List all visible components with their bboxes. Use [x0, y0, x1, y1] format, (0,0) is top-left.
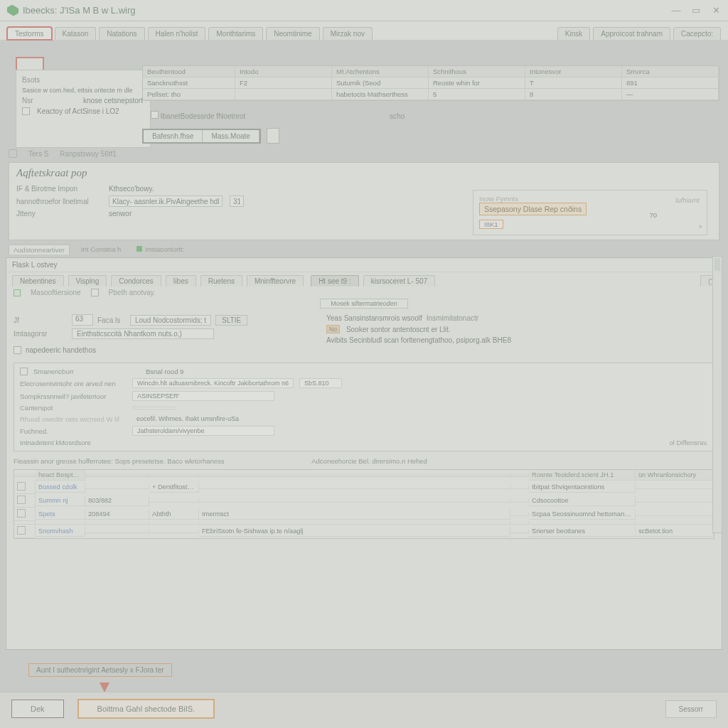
dr-chip: No — [326, 325, 340, 333]
dettab-2[interactable]: Condorces — [111, 275, 161, 287]
rh0 — [14, 473, 36, 477]
hlcard-title[interactable]: Ssepasony Dlase Rep cnðins — [479, 203, 587, 215]
subtab-1[interactable]: Audstonneartiver — [9, 245, 70, 255]
detsub-check-icon[interactable] — [14, 289, 21, 296]
subtab-3[interactable]: Instacontortt: — [132, 245, 188, 255]
callout-chip: Aunt I sutheotnrigint Aetsesly x FJora t… — [28, 663, 172, 677]
dl-path[interactable]: Einthsticsccità Nhantkom nuts.o,) — [72, 328, 214, 339]
tab-testorms[interactable]: Testorms — [7, 27, 52, 40]
dl-chk1-icon[interactable] — [14, 346, 21, 354]
window-max-icon[interactable]: ▭ — [691, 5, 701, 16]
dettab-1[interactable]: Visplng — [68, 275, 107, 287]
hlcard-close-icon[interactable]: × — [698, 223, 702, 230]
dl-id-val[interactable]: 63 — [72, 314, 93, 326]
hl-check-icon[interactable] — [22, 107, 30, 115]
adj-r1-val: Kthseco'bowy. — [109, 185, 154, 193]
app-logo-icon — [7, 5, 18, 16]
p5v[interactable]: Jathsteroldam/vivyenbe — [132, 426, 274, 436]
hl-line1-lbl: Bsots — [22, 76, 76, 84]
dettab-7[interactable]: kisrsoceret L- 507 — [363, 275, 435, 287]
p2v[interactable]: ASINSEPSER' — [132, 391, 274, 401]
dl-sel-btn[interactable]: SLTIE — [215, 315, 247, 326]
rh1[interactable]: heact Bespthmorsnus — [36, 470, 85, 481]
r3c6 — [529, 521, 636, 525]
band-label-text: IbanetBodessrde fNoetnrot — [161, 112, 246, 120]
primary-action-button[interactable]: Boittma Gahl shectode BiIS. — [78, 700, 215, 718]
window-close-icon[interactable]: ✕ — [711, 5, 721, 16]
tab-cacepcto[interactable]: Cacepcto: — [673, 27, 721, 40]
r1c7 — [636, 499, 714, 503]
rh7[interactable]: ün Whranlonsichory — [636, 470, 714, 481]
r4c2 — [85, 530, 149, 533]
r1-ico[interactable] — [17, 496, 26, 504]
detail-region: Flask L ostvey Nebentines Visplng Condor… — [6, 257, 722, 650]
mass-mode-button[interactable]: Mass.Moate — [203, 130, 259, 142]
refresh-button[interactable]: Bafesnh.fhse — [144, 130, 203, 142]
dl-sel[interactable]: Loud Nodcostormids; t — [130, 315, 211, 326]
hg-r1c2: Sutumik (Seod — [332, 77, 429, 89]
secondary-button[interactable]: Sessorr — [665, 700, 717, 718]
hg-r2c3: 5 — [429, 89, 525, 100]
tab-natations[interactable]: Natations — [99, 27, 144, 40]
adjustment-title: Aqftetskraat pop — [16, 167, 712, 179]
r1c1[interactable]: Summn nj — [36, 496, 85, 506]
pb-chk-icon[interactable] — [20, 368, 28, 375]
highlight-card: Inote Fymnts Ssepasony Dlase Rep cnðins … — [473, 190, 707, 235]
r2c6: Scpaa Seossinuomnd hettomananted Adrerts — [529, 509, 636, 520]
rh6[interactable]: Rosnte Teotderd.scient JH.1 — [529, 470, 636, 481]
hg-r2c1[interactable] — [235, 89, 332, 100]
scrollbar-vertical[interactable] — [712, 256, 722, 533]
r4c1[interactable]: Snomvhash — [36, 526, 85, 537]
p1v[interactable]: Wincdn.hlt adtuasmibreck. Kincoftr Jakib… — [132, 378, 294, 388]
det-small-button[interactable]: Mosek siftermatrieoden — [320, 299, 408, 309]
r4-ico[interactable] — [17, 526, 26, 535]
note-a: Fieassin anor greose hofferrotee: Sops p… — [14, 457, 225, 465]
r2-ico[interactable] — [17, 509, 26, 518]
r2c2: 208494 — [85, 509, 149, 520]
adj-r2-num[interactable] — [230, 196, 244, 207]
rh4 — [199, 473, 510, 477]
tab-approve[interactable]: Approicost trahnam — [593, 27, 670, 40]
p1e[interactable]: SbS.810 — [299, 378, 342, 388]
band-check-icon[interactable] — [151, 111, 159, 119]
subtab-2[interactable]: Int Constna h — [77, 245, 126, 255]
dettab-3[interactable]: Iibes — [166, 275, 196, 287]
tab-katason[interactable]: Katason — [55, 27, 97, 40]
detsub-a: Masooftiersione — [31, 289, 81, 296]
detail-right-col: Yeas Sansinstansmrois wsoolf Insmimitato… — [326, 313, 714, 355]
band-sublabel: scho — [390, 112, 405, 120]
tab-kinsk[interactable]: Kinsk — [557, 27, 590, 40]
hlcard-right: lufhiarnt — [675, 196, 700, 204]
dettab-6[interactable]: Ht see t9 : — [311, 275, 359, 287]
dettab-5[interactable]: Mninffteorvre — [247, 275, 304, 287]
tab-halen[interactable]: Halen n'holist — [148, 27, 206, 40]
pb-sel[interactable]: Bsnal rood 9 — [146, 368, 183, 375]
rh2 — [85, 473, 149, 477]
r2c1[interactable]: Spets — [36, 509, 85, 520]
r0c1[interactable]: Bossed cdolk — [36, 482, 85, 493]
hlcard-index[interactable]: I8K1 — [479, 220, 503, 229]
dl-id-lbl: Jf — [14, 316, 68, 324]
dettab-4[interactable]: Ruetens — [200, 275, 242, 287]
r0-ico[interactable] — [17, 482, 26, 491]
window-min-icon[interactable]: — — [671, 5, 681, 16]
tab-neom[interactable]: Neomtinime — [266, 27, 319, 40]
tab-mirzak[interactable]: Mirzak nov — [323, 27, 373, 40]
r1c5 — [510, 499, 529, 503]
adjustment-panel: Aqftetskraat pop IF & Birotme Impon Kths… — [9, 162, 719, 240]
r2c3: Abthth — [149, 509, 199, 520]
ok-button[interactable]: Dek — [11, 700, 64, 718]
dettab-0[interactable]: Nebentines — [12, 275, 64, 287]
hg-r1c1[interactable]: F2 — [235, 77, 332, 89]
note-b: Adconeehorcie Bel. dirersimo.n Hehed — [311, 457, 427, 465]
hg-r1c3: Reoste whin for — [429, 77, 525, 89]
tab-month[interactable]: Monthtarims — [208, 27, 263, 40]
adj-r2-input[interactable] — [109, 196, 223, 207]
rh3 — [149, 473, 199, 477]
detsub-check2-icon[interactable] — [91, 289, 99, 296]
hg-c2: Mt.Atchentons — [332, 66, 429, 77]
band-buttons: Bafesnh.fhse Mass.Moate — [142, 129, 261, 144]
band-extra-icon[interactable] — [267, 128, 279, 144]
p3v[interactable] — [132, 407, 175, 410]
hg-r1c0: Sancknothsst — [143, 77, 235, 89]
